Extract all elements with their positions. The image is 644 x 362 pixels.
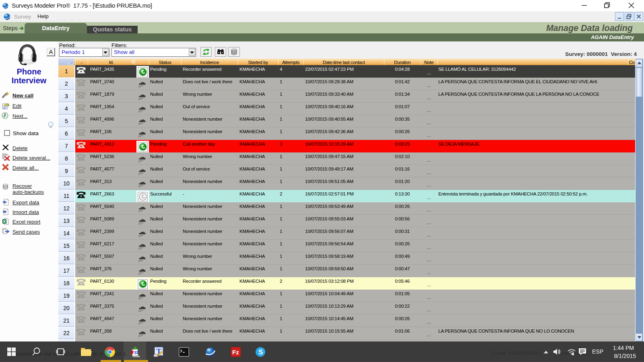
svg-text:S: S: [258, 348, 263, 356]
svg-text:Fz: Fz: [232, 349, 239, 356]
svg-text:32: 32: [134, 350, 139, 355]
